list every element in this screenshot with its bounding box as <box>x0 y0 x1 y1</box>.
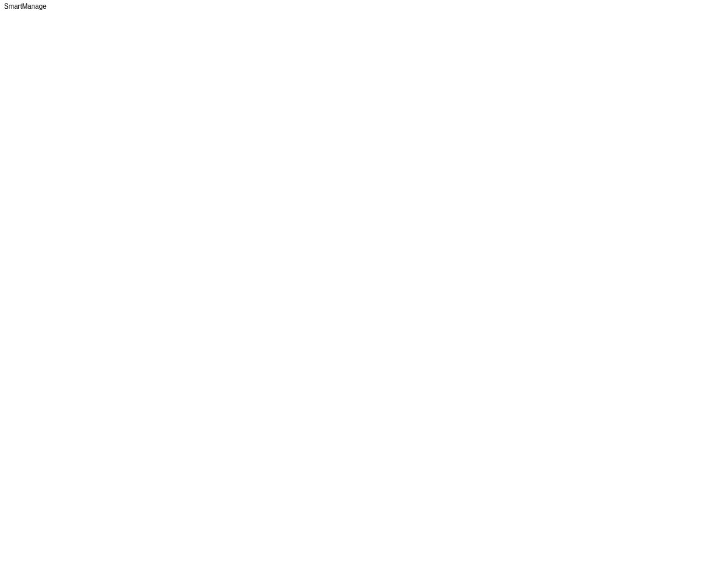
page-header-title: SmartManage <box>0 0 728 10</box>
